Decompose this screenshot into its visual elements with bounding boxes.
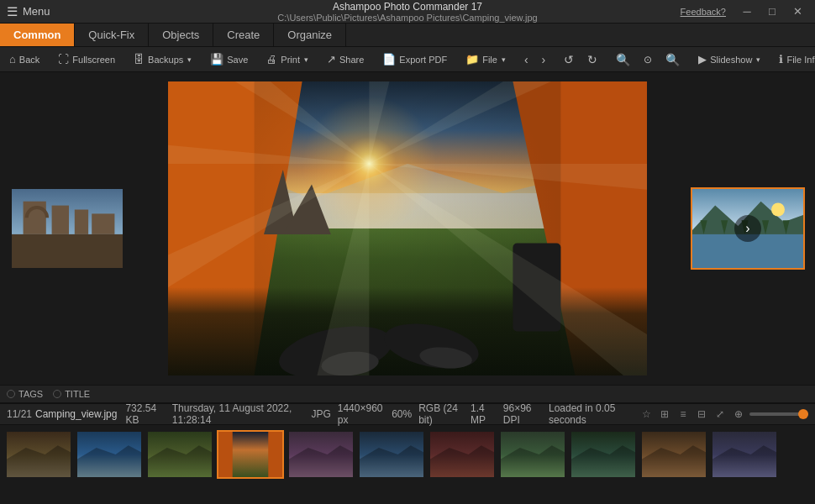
settings-view-button[interactable]: ⊕	[731, 407, 746, 422]
export-pdf-button[interactable]: 📄 Export PDF	[376, 50, 453, 68]
zoom-in-icon: 🔍	[665, 53, 680, 66]
tags-toggle[interactable]: TAGS	[7, 389, 43, 399]
tab-organize[interactable]: Organize	[274, 24, 346, 46]
tags-bar: TAGS TITLE	[0, 385, 815, 403]
titlebar-center: Ashampoo Photo Commander 17 C:\Users\Pub…	[277, 1, 537, 23]
fullscreen-icon: ⛶	[58, 53, 69, 66]
film-item[interactable]	[570, 430, 637, 479]
file-path: C:\Users\Public\Pictures\Ashampoo Pictur…	[277, 13, 537, 23]
next-image-thumb[interactable]: ›	[691, 187, 805, 270]
backups-button[interactable]: 🗄 Backups	[128, 50, 197, 68]
zoom-slider-thumb[interactable]	[798, 409, 808, 419]
share-icon: ↗	[327, 53, 336, 66]
film-item[interactable]	[711, 430, 778, 479]
tab-quick-fix[interactable]: Quick-Fix	[75, 24, 149, 46]
dpi: 96×96 DPI	[503, 402, 542, 426]
maximize-button[interactable]: □	[761, 3, 783, 20]
toolbar: ⌂ Back ⛶ Fullscreen 🗄 Backups 💾 Save 🖨 P…	[0, 47, 815, 72]
film-item[interactable]	[146, 430, 213, 479]
filmstrip	[0, 425, 815, 484]
list-view-button[interactable]: ≡	[676, 407, 691, 422]
zoom-out-icon: 🔍	[616, 53, 630, 66]
prev-thumb-canvas	[12, 189, 124, 270]
statusbar: 11/21 Camping_view.jpg 732.54 KB Thursda…	[0, 403, 815, 425]
fullscreen-button[interactable]: ⛶ Fullscreen	[52, 50, 121, 68]
date: Thursday, 11 August 2022, 11:28:14	[172, 402, 303, 426]
dimensions: 1440×960 px	[338, 402, 385, 426]
title-toggle[interactable]: TITLE	[53, 389, 90, 399]
zoom-level: 60%	[392, 408, 412, 420]
back-button[interactable]: ⌂ Back	[3, 50, 45, 68]
film-item[interactable]	[499, 430, 566, 479]
rotate-cw-icon: ↻	[587, 53, 597, 66]
zoom-slider[interactable]	[749, 412, 808, 416]
save-button[interactable]: 💾 Save	[204, 50, 254, 68]
back-icon: ⌂	[9, 53, 16, 66]
prev-button[interactable]: ‹	[518, 50, 534, 69]
next-overlay-icon[interactable]: ›	[734, 215, 761, 242]
menu-label[interactable]: Menu	[23, 5, 50, 18]
export-pdf-icon: 📄	[382, 53, 396, 66]
slideshow-icon: ▶	[698, 53, 707, 66]
film-item[interactable]	[287, 430, 355, 479]
next-icon: ›	[542, 53, 546, 66]
rotate-ccw-button[interactable]: ↺	[558, 50, 580, 69]
rotate-ccw-icon: ↺	[564, 53, 574, 66]
backups-icon: 🗄	[134, 53, 145, 66]
zoom-in-button[interactable]: 🔍	[660, 50, 686, 69]
film-item[interactable]	[429, 430, 496, 479]
titlebar-right: Feedback? ─ □ ✕	[681, 3, 808, 20]
film-item[interactable]	[76, 430, 143, 479]
tags-label: TAGS	[18, 389, 43, 399]
prev-image-thumb[interactable]	[10, 187, 124, 270]
next-button[interactable]: ›	[536, 50, 552, 69]
print-button[interactable]: 🖨 Print	[260, 50, 314, 68]
image-count: 11/21	[7, 408, 32, 420]
app-title: Ashampoo Photo Commander 17	[333, 1, 482, 13]
center-image-area	[134, 72, 681, 385]
file-icon: 📁	[465, 53, 479, 66]
colorspace: RGB (24 bit)	[418, 402, 464, 426]
tab-objects[interactable]: Objects	[149, 24, 213, 46]
hamburger-icon[interactable]: ☰	[7, 4, 18, 19]
minimize-button[interactable]: ─	[736, 3, 758, 20]
left-thumbnail-area	[0, 72, 134, 385]
save-icon: 💾	[210, 53, 223, 66]
feedback-link[interactable]: Feedback?	[681, 7, 726, 17]
zoom-out-button[interactable]: 🔍	[610, 50, 636, 69]
zoom-reset-icon: ⊙	[644, 54, 652, 66]
tab-create[interactable]: Create	[213, 24, 274, 46]
load-time: Loaded in 0.05 seconds	[549, 402, 635, 426]
film-item[interactable]	[358, 430, 425, 479]
share-button[interactable]: ↗ Share	[321, 50, 370, 68]
filename: Camping_view.jpg	[35, 408, 117, 420]
main-area: ›	[0, 72, 815, 385]
print-icon: 🖨	[266, 53, 277, 66]
right-thumbnail-area: ›	[681, 72, 815, 385]
tabbar: Common Quick-Fix Objects Create Organize	[0, 24, 815, 47]
main-image-canvas	[168, 81, 647, 375]
film-item[interactable]	[217, 430, 284, 479]
file-info-button[interactable]: ℹ File Info	[773, 50, 815, 68]
zoom-reset-button[interactable]: ⊙	[638, 51, 658, 68]
title-dot	[53, 390, 61, 398]
rotate-cw-button[interactable]: ↻	[581, 50, 603, 69]
format: JPG	[311, 408, 330, 420]
star-button[interactable]: ☆	[639, 407, 654, 422]
expand-button[interactable]: ⤢	[712, 407, 728, 422]
close-button[interactable]: ✕	[786, 3, 808, 20]
film-item[interactable]	[640, 430, 707, 479]
slideshow-button[interactable]: ▶ Slideshow	[692, 50, 766, 68]
prev-icon: ‹	[524, 53, 528, 66]
grid-view-button[interactable]: ⊞	[657, 407, 672, 422]
file-button[interactable]: 📁 File	[460, 50, 512, 68]
filesize: 732.54 KB	[125, 402, 163, 426]
tab-common[interactable]: Common	[0, 24, 75, 46]
statusbar-right: ☆ ⊞ ≡ ⊟ ⤢ ⊕	[639, 407, 808, 422]
megapixels: 1.4 MP	[471, 402, 497, 426]
film-item[interactable]	[5, 430, 72, 479]
tags-dot	[7, 390, 15, 398]
titlebar: ☰ Menu Ashampoo Photo Commander 17 C:\Us…	[0, 0, 815, 24]
titlebar-left: ☰ Menu	[7, 4, 50, 19]
detail-view-button[interactable]: ⊟	[694, 407, 709, 422]
